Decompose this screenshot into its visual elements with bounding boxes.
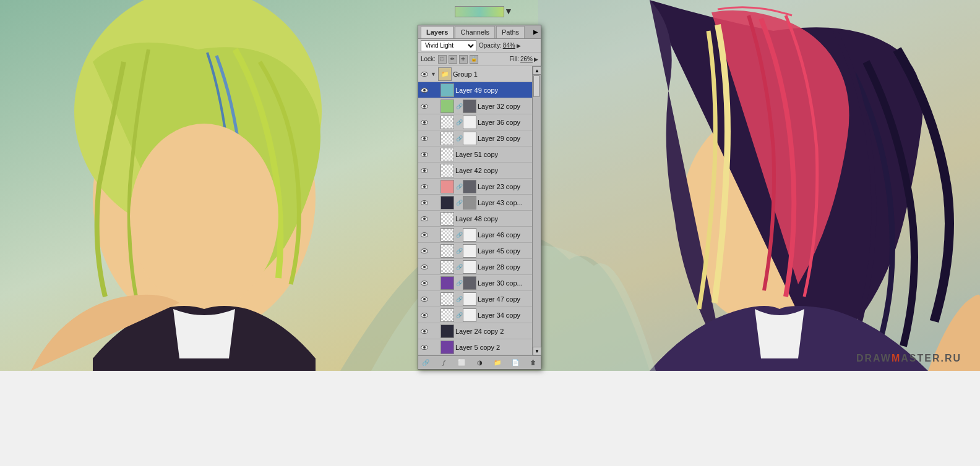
add-mask-icon[interactable]: ⬜ <box>457 358 466 368</box>
tab-layers[interactable]: Layers <box>421 26 453 38</box>
layer-link-layer45[interactable]: 🔗 <box>455 248 463 254</box>
bottom-bar <box>0 371 980 466</box>
layer-row-layer43[interactable]: 🔗Layer 43 cop... <box>418 195 532 211</box>
tab-channels[interactable]: Channels <box>455 26 494 38</box>
layer-visibility-layer30[interactable] <box>419 278 429 288</box>
blend-mode-row: Vivid Light Normal Multiply Screen Overl… <box>418 39 541 53</box>
lock-position-icon[interactable]: ✛ <box>459 55 468 64</box>
scrollbar[interactable]: ▲ ▼ <box>532 66 541 355</box>
layer-mask-layer45 <box>463 244 476 258</box>
layer-thumbnail-layer42 <box>441 164 454 177</box>
panel-tabs: Layers Channels Paths ▶ <box>418 25 541 39</box>
layer-row-layer47[interactable]: 🔗Layer 47 copy <box>418 291 532 307</box>
layer-link-layer30[interactable]: 🔗 <box>455 280 463 286</box>
color-swatch[interactable] <box>455 6 504 17</box>
layer-visibility-layer49[interactable] <box>419 85 429 95</box>
layers-panel: Layers Channels Paths ▶ Vivid Light Norm… <box>418 25 541 370</box>
scroll-thumb[interactable] <box>533 75 539 97</box>
layers-container: ▼📁Group 1Layer 49 copy🔗Layer 32 copy🔗Lay… <box>418 66 541 355</box>
layer-visibility-layer23[interactable] <box>419 182 429 192</box>
layer-row-layer42[interactable]: Layer 42 copy <box>418 163 532 179</box>
layer-visibility-layer43[interactable] <box>419 198 429 208</box>
layer-name-layer23: Layer 23 copy <box>478 183 531 190</box>
layer-name-layer36: Layer 36 copy <box>478 119 531 126</box>
scroll-up-button[interactable]: ▲ <box>533 66 541 75</box>
layer-link-layer23[interactable]: 🔗 <box>455 184 463 190</box>
layer-row-layer29[interactable]: 🔗Layer 29 copy <box>418 130 532 146</box>
layer-visibility-layer29[interactable] <box>419 133 429 143</box>
layers-list: ▼📁Group 1Layer 49 copy🔗Layer 32 copy🔗Lay… <box>418 66 532 355</box>
layer-group-icon[interactable]: 📁 <box>492 358 502 368</box>
tab-paths[interactable]: Paths <box>496 26 525 38</box>
layer-row-layer51[interactable]: Layer 51 copy <box>418 146 532 163</box>
adjustment-layer-icon[interactable]: ◑ <box>475 358 484 368</box>
layer-visibility-layer46[interactable] <box>419 230 429 240</box>
watermark-text2: ASTER.RU <box>901 353 961 363</box>
layer-row-layer5[interactable]: Layer 5 copy 2 <box>418 339 532 355</box>
layer-name-layer46: Layer 46 copy <box>478 231 531 239</box>
panel-bottom-icons: 🔗 𝑓 ⬜ ◑ 📁 📄 🗑 <box>418 355 541 369</box>
link-layers-icon[interactable]: 🔗 <box>421 358 431 368</box>
layer-visibility-layer47[interactable] <box>419 294 429 304</box>
layer-visibility-group1[interactable] <box>419 69 429 79</box>
layer-thumbnail-layer46 <box>441 228 454 242</box>
new-layer-icon[interactable]: 📄 <box>510 358 520 368</box>
layer-visibility-layer28[interactable] <box>419 262 429 272</box>
layer-visibility-layer5[interactable] <box>419 342 429 352</box>
layer-visibility-layer51[interactable] <box>419 150 429 159</box>
layer-row-layer28[interactable]: 🔗Layer 28 copy <box>418 259 532 275</box>
layer-visibility-layer34[interactable] <box>419 310 429 320</box>
opacity-arrow[interactable]: ▶ <box>517 43 521 49</box>
layer-mask-layer30 <box>463 276 476 290</box>
layer-visibility-layer48[interactable] <box>419 214 429 224</box>
layer-mask-layer28 <box>463 260 476 274</box>
layer-row-layer23[interactable]: 🔗Layer 23 copy <box>418 179 532 195</box>
layer-visibility-layer45[interactable] <box>419 246 429 256</box>
layer-row-layer45[interactable]: 🔗Layer 45 copy <box>418 243 532 259</box>
layer-row-layer36[interactable]: 🔗Layer 36 copy <box>418 114 532 130</box>
layer-row-layer48[interactable]: Layer 48 copy <box>418 211 532 227</box>
opacity-value[interactable]: 84% <box>503 42 515 49</box>
layer-thumbnail-layer29 <box>441 132 454 145</box>
layer-link-layer28[interactable]: 🔗 <box>455 264 463 270</box>
layer-thumbnail-layer45 <box>441 244 454 258</box>
layer-link-layer34[interactable]: 🔗 <box>455 312 463 318</box>
layer-visibility-layer36[interactable] <box>419 117 429 127</box>
layer-visibility-layer24[interactable] <box>419 326 429 336</box>
lock-image-icon[interactable]: ✏ <box>449 55 457 64</box>
layer-row-layer46[interactable]: 🔗Layer 46 copy <box>418 227 532 243</box>
lock-transparent-icon[interactable]: ⬚ <box>438 55 447 64</box>
layer-link-layer43[interactable]: 🔗 <box>455 200 463 206</box>
layer-link-layer29[interactable]: 🔗 <box>455 135 463 142</box>
layer-name-layer43: Layer 43 cop... <box>478 199 531 206</box>
layer-row-layer49[interactable]: Layer 49 copy <box>418 82 532 98</box>
layer-row-group1[interactable]: ▼📁Group 1 <box>418 66 532 82</box>
layer-thumbnail-layer32 <box>441 100 454 113</box>
layer-row-layer34[interactable]: 🔗Layer 34 copy <box>418 307 532 323</box>
layer-link-layer32[interactable]: 🔗 <box>455 103 463 109</box>
fill-arrow[interactable]: ▶ <box>534 56 538 62</box>
group-expand-arrow[interactable]: ▼ <box>431 71 438 77</box>
layer-thumbnail-layer24 <box>441 324 454 338</box>
layer-link-layer47[interactable]: 🔗 <box>455 296 463 302</box>
layer-row-layer32[interactable]: 🔗Layer 32 copy <box>418 98 532 114</box>
layer-link-layer46[interactable]: 🔗 <box>455 232 463 238</box>
panel-options-arrow[interactable]: ▶ <box>533 28 538 35</box>
opacity-label: Opacity: <box>479 42 502 49</box>
layer-row-layer30[interactable]: 🔗Layer 30 cop... <box>418 275 532 291</box>
fill-value[interactable]: 26% <box>520 56 533 62</box>
layer-visibility-layer42[interactable] <box>419 166 429 176</box>
delete-layer-icon[interactable]: 🗑 <box>528 358 538 368</box>
scroll-down-button[interactable]: ▼ <box>533 347 541 355</box>
layer-link-layer36[interactable]: 🔗 <box>455 119 463 125</box>
layer-visibility-layer32[interactable] <box>419 101 429 111</box>
layer-effects-icon[interactable]: 𝑓 <box>439 358 449 368</box>
blend-mode-select[interactable]: Vivid Light Normal Multiply Screen Overl… <box>421 40 476 51</box>
layer-thumbnail-layer5 <box>441 341 454 354</box>
layer-name-layer47: Layer 47 copy <box>478 295 531 303</box>
layer-name-layer49: Layer 49 copy <box>455 87 531 94</box>
layer-row-layer24[interactable]: Layer 24 copy 2 <box>418 323 532 339</box>
lock-all-icon[interactable]: 🔒 <box>470 55 478 64</box>
layer-thumbnail-layer28 <box>441 260 454 274</box>
swatch-arrow[interactable]: ▼ <box>504 6 513 16</box>
